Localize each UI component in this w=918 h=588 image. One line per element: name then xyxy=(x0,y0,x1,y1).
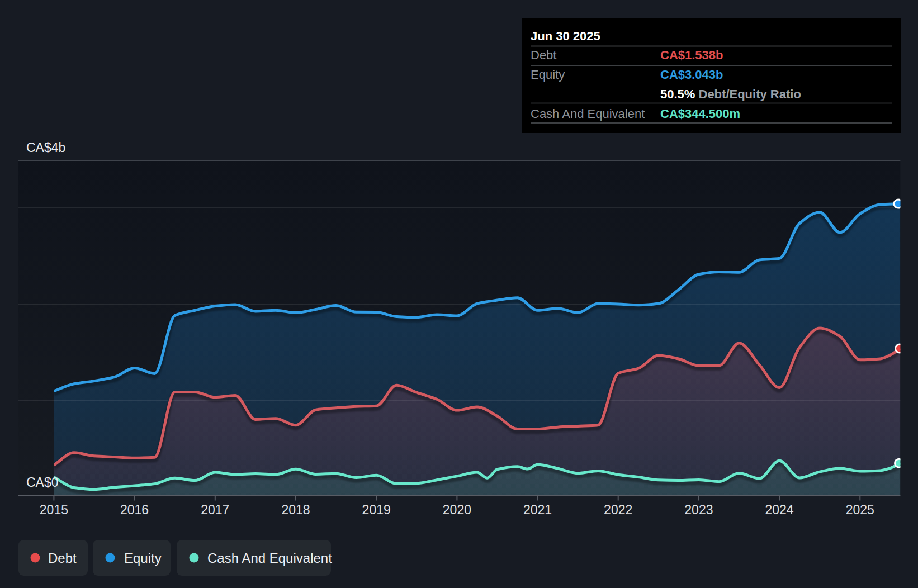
svg-text:2021: 2021 xyxy=(523,502,552,517)
svg-text:2019: 2019 xyxy=(362,502,391,517)
svg-text:CA$344.500m: CA$344.500m xyxy=(660,107,740,121)
svg-text:2025: 2025 xyxy=(846,502,874,517)
svg-text:Debt: Debt xyxy=(531,48,556,62)
svg-text:2024: 2024 xyxy=(765,502,794,517)
svg-text:2018: 2018 xyxy=(281,502,310,517)
svg-text:Equity: Equity xyxy=(531,68,565,82)
svg-text:Debt: Debt xyxy=(48,551,77,566)
svg-text:50.5% Debt/Equity Ratio: 50.5% Debt/Equity Ratio xyxy=(660,87,801,101)
svg-text:CA$3.043b: CA$3.043b xyxy=(660,68,723,82)
svg-text:2022: 2022 xyxy=(604,502,632,517)
svg-text:2023: 2023 xyxy=(684,502,713,517)
svg-text:Equity: Equity xyxy=(124,551,162,566)
svg-text:Cash And Equivalent: Cash And Equivalent xyxy=(531,107,645,121)
svg-text:Cash And Equivalent: Cash And Equivalent xyxy=(207,551,332,566)
svg-text:2016: 2016 xyxy=(120,502,149,517)
svg-text:CA$4b: CA$4b xyxy=(26,140,65,155)
svg-text:CA$1.538b: CA$1.538b xyxy=(660,48,723,62)
svg-text:Jun 30 2025: Jun 30 2025 xyxy=(531,29,600,43)
svg-text:CA$0: CA$0 xyxy=(26,475,59,490)
svg-text:2017: 2017 xyxy=(201,502,229,517)
svg-text:2015: 2015 xyxy=(40,502,68,517)
svg-text:2020: 2020 xyxy=(443,502,471,517)
